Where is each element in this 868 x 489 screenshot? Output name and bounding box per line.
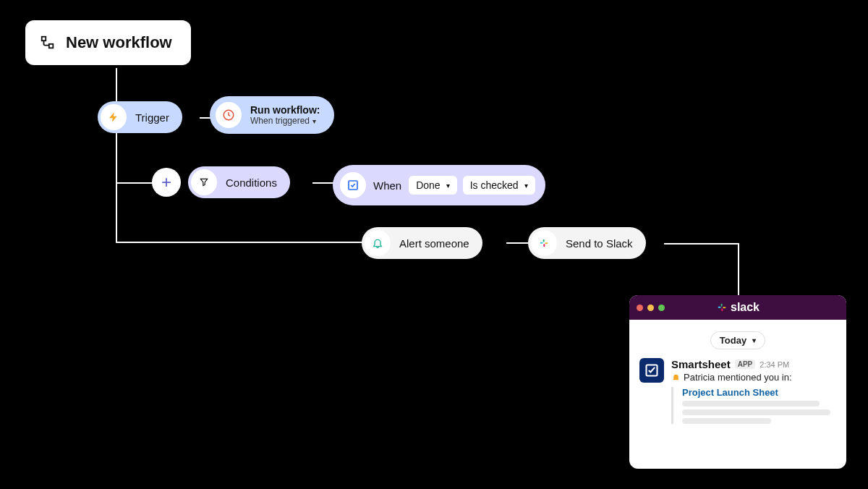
add-step-button[interactable]: + (152, 168, 181, 197)
condition-operator-select[interactable]: Is checked▾ (463, 176, 535, 195)
alert-someone-pill[interactable]: Alert someone (362, 227, 482, 259)
app-badge: APP (735, 360, 756, 369)
conditions-pill[interactable]: Conditions (188, 166, 290, 198)
svg-rect-8 (718, 307, 721, 308)
clock-icon (216, 102, 242, 128)
workflow-title-card: New workflow (25, 20, 191, 65)
trigger-label: Trigger (129, 111, 182, 124)
slack-icon (531, 230, 557, 256)
checkbox-icon (340, 172, 366, 198)
bell-icon (365, 230, 391, 256)
slack-preview-window: slack Today ▾ Smartsheet APP 2:34 PM Pat… (629, 295, 846, 469)
workflow-icon (40, 35, 56, 51)
window-max-icon (658, 305, 665, 311)
svg-rect-6 (543, 239, 545, 242)
chevron-down-icon: ▾ (312, 117, 316, 125)
svg-rect-7 (543, 244, 545, 247)
connector (116, 227, 117, 243)
date-pill[interactable]: Today ▾ (710, 331, 765, 349)
chevron-down-icon: ▾ (446, 182, 450, 190)
condition-rule-pill[interactable]: When Done▾ Is checked▾ (333, 165, 545, 205)
mention-text: Patricia mentioned you in: (684, 372, 792, 383)
svg-rect-10 (721, 304, 723, 307)
alert-label: Alert someone (393, 237, 482, 250)
smartsheet-avatar (639, 358, 664, 383)
slack-body: Today ▾ Smartsheet APP 2:34 PM Patricia … (629, 320, 846, 434)
trigger-pill[interactable]: Trigger (98, 101, 182, 133)
placeholder-line (682, 401, 820, 407)
run-workflow-pill[interactable]: Run workflow: When triggered▾ (210, 96, 334, 134)
connector (738, 243, 739, 297)
slack-logo: slack (716, 301, 760, 314)
connector (664, 243, 739, 244)
window-min-icon (647, 305, 654, 311)
condition-lead: When (373, 179, 403, 192)
sheet-link[interactable]: Project Launch Sheet (675, 387, 836, 398)
run-sub: When triggered▾ (250, 116, 320, 126)
svg-rect-4 (540, 242, 543, 244)
svg-rect-0 (42, 37, 46, 41)
send-to-slack-pill[interactable]: Send to Slack (528, 227, 646, 259)
conditions-label: Conditions (220, 177, 290, 189)
window-close-icon (637, 305, 643, 311)
svg-rect-9 (723, 307, 726, 308)
bolt-icon (101, 104, 127, 130)
slack-action-label: Send to Slack (560, 237, 646, 250)
filter-icon (191, 169, 217, 195)
chevron-down-icon: ▾ (524, 182, 528, 190)
svg-rect-5 (545, 242, 548, 244)
placeholder-line (682, 418, 771, 424)
placeholder-line (682, 409, 830, 415)
connector (116, 242, 367, 243)
slack-message: Smartsheet APP 2:34 PM Patricia mentione… (639, 358, 836, 427)
slack-titlebar: slack (629, 295, 846, 320)
workflow-title: New workflow (66, 33, 172, 52)
condition-field-select[interactable]: Done▾ (409, 176, 456, 195)
svg-rect-1 (49, 44, 54, 48)
svg-rect-11 (721, 308, 723, 311)
run-title: Run workflow: (250, 104, 320, 116)
connector (116, 68, 117, 227)
chevron-down-icon: ▾ (752, 336, 756, 344)
notification-bell-icon (671, 373, 681, 382)
sender-name: Smartsheet (671, 358, 731, 370)
message-time: 2:34 PM (760, 360, 789, 369)
